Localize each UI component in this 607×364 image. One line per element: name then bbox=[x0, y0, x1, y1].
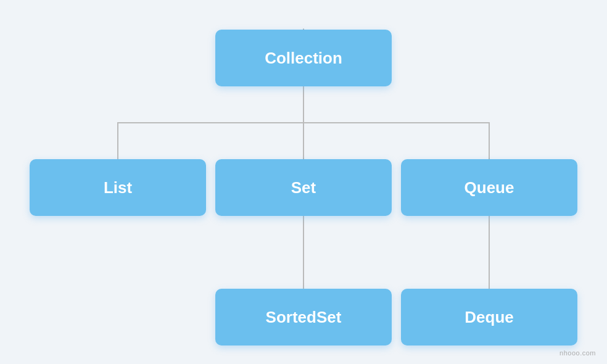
watermark: nhooo.com bbox=[560, 349, 596, 357]
node-queue: Queue bbox=[401, 159, 577, 216]
node-collection: Collection bbox=[215, 30, 392, 86]
node-list: List bbox=[30, 159, 206, 216]
node-deque: Deque bbox=[401, 289, 577, 345]
diagram-container: CollectionListSetQueueSortedSetDeque nho… bbox=[0, 0, 607, 364]
node-set: Set bbox=[215, 159, 392, 216]
node-sortedset: SortedSet bbox=[215, 289, 392, 345]
